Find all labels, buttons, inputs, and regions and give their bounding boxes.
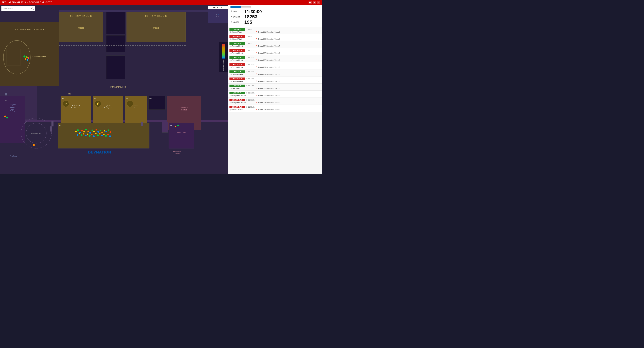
event-time-value-10: 11:33:21 (248, 99, 254, 101)
svg-point-102 (105, 135, 107, 137)
event-detail-2: Beacon Id: 203 📍 Room 204 Devnation Trac… (230, 45, 320, 47)
svg-text:Partner Pavilion: Partner Pavilion (110, 86, 126, 88)
event-top-0: CHECK-IN ⏱ 11:33:21 (230, 28, 320, 30)
flag-icon: ⚑ (230, 16, 232, 18)
svg-text:DEVNATION: DEVNATION (88, 150, 111, 154)
event-room-name-7: Room 203 Devnation Track C (258, 80, 280, 82)
pin-icon-11: 📍 (256, 109, 258, 111)
search-button[interactable] (30, 6, 35, 11)
svg-rect-22 (59, 45, 220, 93)
nodes-stat-row: ⊙ NODES 195 (230, 20, 319, 24)
event-person-11: Joshua Wilson (230, 109, 254, 111)
pin-icon-8: 📍 (256, 88, 258, 89)
event-time-11: ⏱ 11:33:21 (246, 106, 254, 108)
svg-point-72 (79, 132, 80, 133)
pin-icon-3: 📍 (256, 52, 258, 54)
event-item: CHECK-OUT ⏱ 11:39:21 Michael Virgil 📍 Ro… (228, 34, 322, 41)
event-badge-11: CHECK-OUT (230, 106, 244, 108)
svg-text:Development: Development (104, 107, 112, 109)
search-input[interactable] (2, 7, 30, 9)
pin-icon-4: 📍 (256, 59, 258, 61)
minimap: 3RD FLOOR (208, 6, 228, 23)
svg-text:Community: Community (173, 150, 181, 152)
stats-tab-2[interactable] (240, 6, 251, 8)
person-dot-icon-1 (230, 38, 232, 40)
event-room-name-11: Room 203 Devnation Track C (258, 109, 280, 111)
svg-rect-113 (162, 122, 168, 132)
svg-text:Code: Code (11, 109, 14, 110)
event-detail-5: Beacon Id: 180 📍 Room 202 Devnation Trac… (230, 66, 320, 68)
event-person-1: Michael Virgil (230, 38, 254, 40)
event-item: CHECK-IN ⏱ 11:33:21 Michael Virgil 📍 Roo… (228, 27, 322, 34)
svg-point-92 (85, 135, 86, 136)
event-detail-11: Joshua Wilson 📍 Room 203 Devnation Track… (230, 109, 320, 111)
clock-icon: ⏱ (230, 10, 232, 13)
svg-point-95 (91, 134, 92, 135)
svg-text:Partner: Partner (134, 105, 138, 107)
event-time-value-3: 11:33:21 (248, 50, 254, 51)
svg-rect-108 (169, 123, 194, 148)
svg-point-80 (96, 129, 97, 130)
event-badge-0: CHECK-IN (230, 28, 244, 30)
svg-rect-10 (0, 22, 59, 86)
svg-point-103 (107, 134, 109, 135)
event-room-3: 📍 Room 203 Devnation Track C (256, 52, 280, 54)
play-button[interactable]: ▶ (308, 1, 312, 4)
event-room-name-6: Room 202 Devnation Track B (258, 73, 280, 75)
event-person-6: Delphine Roux (230, 73, 254, 75)
svg-text:♦: ♦ (129, 102, 130, 105)
person-dot-icon-2 (230, 45, 232, 47)
event-time-value-4: 11:33:21 (248, 57, 254, 58)
svg-text:ESCALATORS: ESCALATORS (31, 133, 42, 134)
clock-icon-5: ⏱ (246, 64, 248, 65)
svg-text:Community: Community (180, 106, 188, 108)
person-dot-icon-5 (230, 67, 232, 68)
event-badge-7: CHECK-OUT (230, 77, 244, 80)
titlebar: RED HAT SUMMIT 2015 MIDDLEWARE KEYNOTE ▶… (0, 0, 322, 5)
step-button[interactable]: ⏭ (313, 1, 316, 4)
event-person-name-9: Marquarius Askew (232, 95, 246, 96)
event-badge-6: CHECK-IN (230, 70, 244, 73)
pause-button[interactable]: ⏸ (317, 1, 320, 4)
svg-point-71 (77, 129, 79, 131)
svg-point-99 (99, 133, 100, 134)
minimap-label: 3RD FLOOR (208, 6, 228, 9)
svg-point-83 (102, 132, 103, 133)
svg-text:⚡: ⚡ (96, 102, 100, 105)
event-top-3: CHECK-OUT ⏱ 11:33:21 (230, 49, 320, 52)
node-icon: ⊙ (230, 21, 232, 23)
event-room-name-0: Room 203 Devnation Track C (258, 31, 280, 33)
event-room-name-4: Room 203 Devnation Track C (258, 59, 280, 61)
svg-point-0 (32, 8, 33, 9)
clock-icon-10: ⏱ (246, 99, 248, 101)
svg-point-94 (89, 135, 91, 137)
event-item: CHECK-IN ⏱ 11:33:21 Beacon 96 📍 Room 203… (228, 83, 322, 91)
event-time-3: ⏱ 11:33:21 (246, 50, 254, 51)
clock-icon-3: ⏱ (246, 50, 248, 51)
event-room-name-10: Room 203 Devnation Track C (258, 102, 280, 104)
svg-text:General Session: General Session (32, 56, 46, 58)
svg-text:Application: Application (105, 105, 111, 107)
svg-point-88 (77, 134, 78, 136)
svg-point-70 (75, 131, 77, 132)
time-value: 11:30:00 (244, 9, 262, 14)
svg-point-104 (109, 135, 111, 137)
event-time-10: ⏱ 11:33:21 (246, 99, 254, 101)
event-top-5: CHECK-OUT ⏱ 11:33:21 (230, 63, 320, 66)
event-time-5: ⏱ 11:33:21 (246, 64, 254, 65)
event-room-name-9: Room 204 Devnation Track D (258, 95, 280, 96)
event-item: CHECK-IN ⏱ 11:33:21 Beacon Id: 203 📍 Roo… (228, 41, 322, 48)
event-item: CHECK-IN ⏱ 11:33:21 Marquarius Askew 📍 R… (228, 91, 322, 98)
event-person-name-4: Beacon Id: 180 (232, 59, 243, 61)
event-person-name-1: Michael Virgil (232, 38, 242, 40)
svg-point-112 (177, 125, 179, 126)
svg-point-89 (79, 133, 80, 134)
svg-rect-44 (52, 121, 54, 126)
pin-icon-0: 📍 (256, 31, 258, 33)
svg-text:Enterprise: Enterprise (10, 107, 15, 108)
event-top-6: CHECK-IN ⏱ 11:33:21 (230, 70, 320, 73)
minimap-spinner (216, 14, 220, 17)
svg-text:Community: Community (10, 104, 16, 105)
event-room-name-1: Room 202 Devnation Track B (258, 38, 280, 40)
stats-tab-1[interactable] (230, 6, 240, 8)
